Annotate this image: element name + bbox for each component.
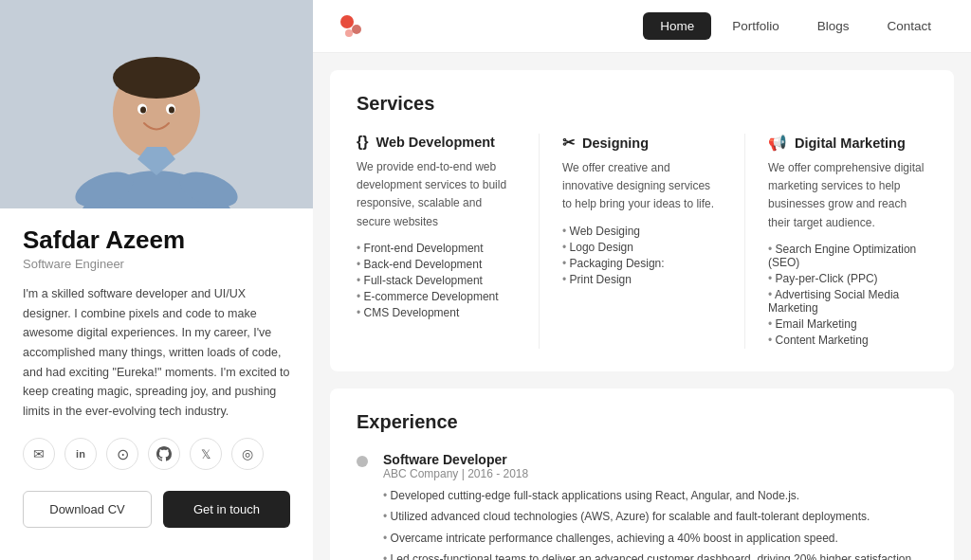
list-item: Full-stack Development: [357, 273, 516, 289]
list-item: Email Marketing: [768, 316, 927, 333]
service-web-title: Web Development: [376, 135, 494, 150]
list-item: Front-end Development: [357, 241, 516, 257]
nav-contact[interactable]: Contact: [870, 12, 948, 40]
person-title: Software Engineer: [23, 257, 290, 271]
marketing-icon: 📢: [768, 134, 787, 152]
nav-home[interactable]: Home: [643, 12, 711, 40]
exp-item-1: Software Developer ABC Company | 2016 - …: [357, 452, 927, 560]
list-item: E-commerce Development: [357, 289, 516, 305]
service-marketing-heading: 📢 Digital Marketing: [768, 134, 927, 152]
exp-bullet: Developed cutting-edge full-stack applic…: [383, 486, 927, 507]
download-cv-button[interactable]: Download CV: [23, 491, 152, 528]
github-icon[interactable]: [148, 438, 180, 470]
exp-bullet: Overcame intricate performance challenge…: [383, 528, 927, 549]
service-web-heading: {} Web Development: [357, 134, 516, 151]
email-icon[interactable]: ✉: [23, 438, 55, 470]
main-content: Home Portfolio Blogs Contact Services {}…: [313, 0, 971, 560]
service-design-heading: ✂ Designing: [562, 134, 722, 152]
svg-point-7: [140, 107, 146, 114]
social-icons-row: ✉ in ⊙ 𝕏 ◎: [23, 438, 290, 470]
design-icon: ✂: [562, 134, 575, 152]
list-item: Packaging Design:: [562, 256, 722, 272]
sidebar-info: Safdar Azeem Software Engineer I'm a ski…: [0, 208, 313, 491]
exp-role-1: Software Developer: [383, 452, 927, 467]
person-name: Safdar Azeem: [23, 226, 290, 255]
navbar: Home Portfolio Blogs Contact: [313, 0, 971, 53]
service-marketing-title: Digital Marketing: [795, 135, 906, 151]
profile-photo: [0, 0, 313, 208]
list-item: Pay-per-Click (PPC): [768, 271, 927, 287]
list-item: CMS Development: [357, 305, 516, 321]
service-marketing: 📢 Digital Marketing We offer comprehensi…: [768, 134, 927, 349]
exp-bullet: Led cross-functional teams to deliver an…: [383, 549, 927, 560]
service-web-desc: We provide end-to-end web development se…: [357, 158, 516, 231]
svg-point-12: [340, 15, 354, 28]
list-item: Logo Design: [562, 240, 722, 256]
logo: [336, 10, 368, 43]
service-divider-2: [744, 134, 745, 349]
service-design-list: Web Desiging Logo Design Packaging Desig…: [562, 224, 722, 288]
svg-point-13: [352, 25, 361, 34]
list-item: Content Marketing: [768, 333, 927, 349]
exp-company-1: ABC Company | 2016 - 2018: [383, 467, 927, 480]
list-item: Back-end Development: [357, 257, 516, 273]
svg-point-8: [169, 107, 174, 114]
list-item: Advertising Social Media Marketing: [768, 287, 927, 316]
nav-blogs[interactable]: Blogs: [800, 12, 867, 40]
experience-section: Experience Software Developer ABC Compan…: [330, 388, 954, 560]
nav-links: Home Portfolio Blogs Contact: [643, 12, 948, 40]
instagram-icon[interactable]: ◎: [231, 438, 264, 470]
svg-point-4: [113, 57, 200, 99]
exp-bullet: Utilized advanced cloud technologies (AW…: [383, 507, 927, 528]
linkedin-icon[interactable]: in: [64, 438, 97, 470]
list-item: Print Design: [562, 272, 722, 288]
exp-list-1: Developed cutting-edge full-stack applic…: [383, 486, 927, 560]
get-in-touch-button[interactable]: Get in touch: [163, 491, 290, 528]
services-title: Services: [357, 93, 927, 115]
service-design-title: Designing: [582, 135, 649, 151]
service-divider-1: [539, 134, 540, 349]
dribbble-icon[interactable]: ⊙: [106, 438, 138, 470]
list-item: Web Desiging: [562, 224, 722, 240]
service-marketing-list: Search Engine Optimization (SEO) Pay-per…: [768, 242, 927, 349]
nav-portfolio[interactable]: Portfolio: [715, 12, 797, 40]
person-bio: I'm a skilled software developer and UI/…: [23, 284, 290, 421]
service-design: ✂ Designing We offer creative and innova…: [562, 134, 722, 349]
services-grid: {} Web Development We provide end-to-end…: [357, 134, 927, 349]
sidebar-actions: Download CV Get in touch: [0, 491, 313, 528]
services-section: Services {} Web Development We provide e…: [330, 70, 954, 371]
list-item: Search Engine Optimization (SEO): [768, 242, 927, 271]
service-marketing-desc: We offer comprehensive digital marketing…: [768, 159, 927, 232]
twitter-icon[interactable]: 𝕏: [190, 438, 222, 470]
exp-content-1: Software Developer ABC Company | 2016 - …: [383, 452, 927, 560]
service-web-dev: {} Web Development We provide end-to-end…: [357, 134, 516, 349]
svg-point-14: [345, 29, 353, 37]
web-dev-icon: {}: [357, 134, 368, 151]
service-design-desc: We offer creative and innovative designi…: [562, 159, 722, 214]
experience-title: Experience: [357, 411, 927, 433]
service-web-list: Front-end Development Back-end Developme…: [357, 241, 516, 321]
exp-dot-1: [357, 456, 368, 467]
sidebar: Safdar Azeem Software Engineer I'm a ski…: [0, 0, 313, 560]
